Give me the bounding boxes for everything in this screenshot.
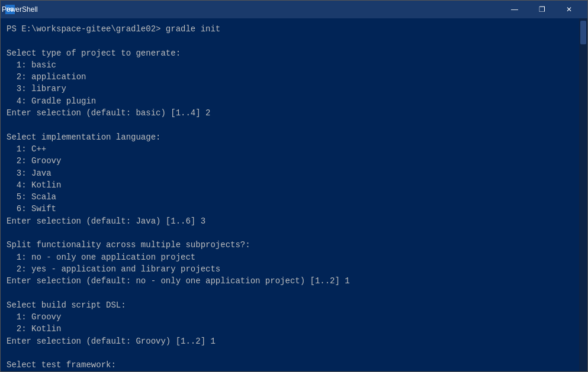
close-button[interactable]: ✕ [555, 1, 583, 18]
title-bar: PS Windows PowerShell — ❐ ✕ [1, 1, 587, 18]
terminal-body[interactable]: PS E:\workspace-gitee\gradle02> gradle i… [1, 18, 587, 371]
title-bar-left: PS Windows PowerShell [5, 5, 38, 14]
maximize-button[interactable]: ❐ [528, 1, 555, 18]
powershell-window: PS Windows PowerShell — ❐ ✕ PS E:\worksp… [0, 0, 588, 372]
terminal-content: PS E:\workspace-gitee\gradle02> gradle i… [7, 23, 581, 371]
window-controls: — ❐ ✕ [501, 1, 583, 18]
window-title: Windows PowerShell [0, 5, 38, 14]
scrollbar-thumb[interactable] [580, 21, 586, 44]
minimize-button[interactable]: — [501, 1, 528, 18]
scrollbar[interactable] [579, 18, 587, 371]
